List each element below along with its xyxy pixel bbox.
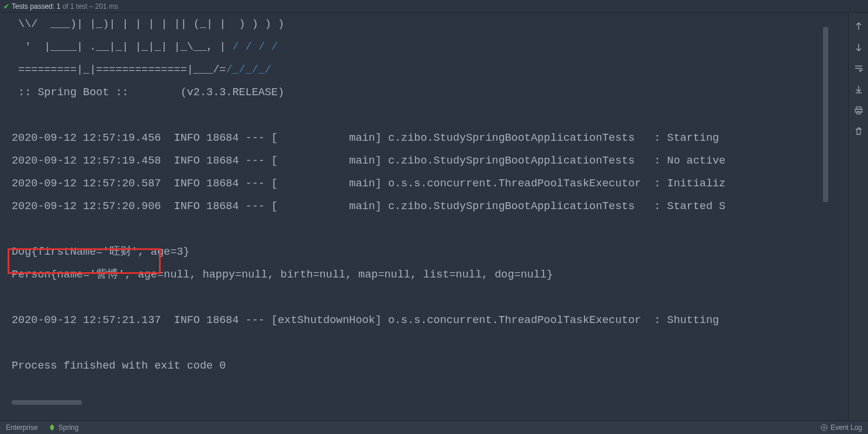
scroll-down-icon[interactable] [853,42,864,53]
banner-line: ' |____| .__|_| |_|_| |_\__, | [12,41,232,53]
svg-rect-2 [857,112,860,114]
log-line: 2020-09-12 12:57:20.587 INFO 18684 --- [… [12,178,725,190]
print-icon[interactable] [853,105,864,116]
soft-wrap-icon[interactable] [853,63,864,74]
log-line: 2020-09-12 12:57:19.458 INFO 18684 --- [… [12,155,725,167]
trash-icon[interactable] [853,126,864,137]
horizontal-scrollbar[interactable] [12,400,82,405]
banner-accent: /_/_/_/ [226,64,271,76]
banner-accent: / / / / [232,41,278,53]
log-line: 2020-09-12 12:57:20.906 INFO 18684 --- [… [12,200,725,213]
event-log-icon [821,424,828,431]
check-icon: ✔ [4,2,9,11]
log-line: 2020-09-12 12:57:21.137 INFO 18684 --- [… [12,314,725,327]
banner-line: =========|_|==============|___/= [12,64,226,76]
output-dog: Dog{firstName='旺财', age=3} [12,246,189,258]
vertical-scrollbar-thumb[interactable] [823,27,828,202]
banner-line: :: Spring Boot :: (v2.3.3.RELEASE) [12,86,284,99]
exit-line: Process finished with exit code 0 [12,360,226,372]
test-status-bar: ✔ Tests passed: 1 of 1 test – 201 ms [0,0,868,13]
spring-leaf-icon [49,424,56,431]
statusbar-enterprise[interactable]: Enterprise [6,423,38,432]
status-bar: Enterprise Spring Event Log [0,421,868,434]
vertical-scrollbar-track[interactable] [822,27,828,407]
console-output: \\/ ___)| |_)| | | | | || (_| | ) ) ) ) … [0,13,848,377]
banner-line: \\/ ___)| |_)| | | | | || (_| | ) ) ) ) [12,18,284,30]
statusbar-spring[interactable]: Spring [49,423,79,432]
scroll-up-icon[interactable] [853,21,864,32]
statusbar-event-log[interactable]: Event Log [821,423,862,432]
right-gutter [848,13,868,421]
output-person: Person{name='訾博', age=null, happy=null, … [12,269,553,281]
scroll-to-end-icon[interactable] [853,84,864,95]
tests-passed-label: Tests passed: 1 of 1 test – 201 ms [12,2,118,11]
log-line: 2020-09-12 12:57:19.456 INFO 18684 --- [… [12,132,725,144]
console-panel: \\/ ___)| |_)| | | | | || (_| | ) ) ) ) … [0,13,848,421]
